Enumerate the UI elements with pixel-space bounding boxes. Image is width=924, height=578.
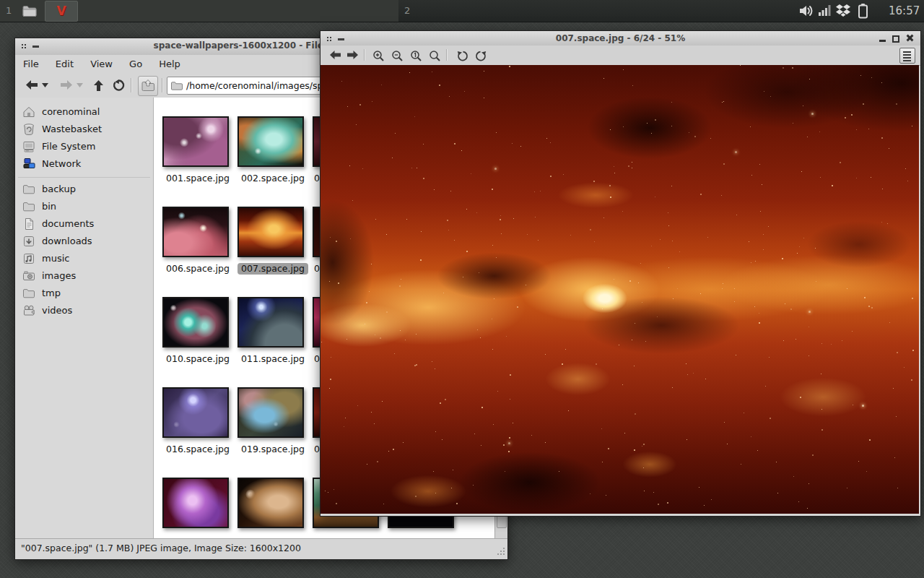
file-thumbnail[interactable]	[162, 387, 229, 438]
file-name: 007.space.jpg	[237, 263, 308, 275]
sidebar-item-backup[interactable]: backup	[15, 181, 153, 198]
back-icon[interactable]	[25, 79, 38, 90]
statusbar-text: "007.space.jpg" (1.7 MB) JPEG image, Ima…	[21, 543, 301, 553]
sidebar-item-images[interactable]: images	[15, 267, 153, 285]
sidebar-item-file-system[interactable]: File System	[15, 138, 153, 155]
sidebar-item-network[interactable]: Network	[15, 155, 153, 173]
clock[interactable]: 16:57	[889, 4, 920, 17]
viewer-title: 007.space.jpg - 6/24 - 51%	[321, 33, 920, 43]
folder-icon	[170, 79, 183, 92]
menu-go[interactable]: Go	[124, 55, 147, 69]
rotate-right-icon[interactable]	[475, 50, 487, 62]
rotate-left-icon[interactable]	[456, 50, 468, 62]
maximize-icon[interactable]	[890, 31, 902, 46]
file-name: 016.space.jpg	[162, 444, 233, 455]
battery-icon[interactable]	[858, 3, 868, 19]
volume-icon[interactable]	[799, 4, 816, 17]
desktop: 1 V 2 16:57 space-wallpapers-1600x1200	[0, 0, 924, 578]
file-name: 0	[313, 353, 320, 365]
file-item-selected[interactable]: 007.space.jpg	[237, 207, 304, 275]
downloads-icon	[22, 235, 35, 248]
file-thumbnail[interactable]	[162, 116, 229, 167]
file-thumbnail[interactable]	[162, 207, 229, 257]
sidebar-item-tmp[interactable]: tmp	[15, 285, 153, 302]
resize-grip[interactable]	[497, 547, 505, 556]
image-viewer-window: 007.space.jpg - 6/24 - 51%	[320, 30, 921, 517]
sidebar: corenominal Wastebasket File System Netw…	[15, 98, 154, 538]
up-icon[interactable]	[93, 79, 104, 92]
zoom-fit-icon[interactable]	[429, 50, 441, 62]
file-manager-window-icon[interactable]	[21, 2, 38, 20]
menu-view[interactable]: View	[85, 55, 118, 69]
toolbar-separator	[364, 49, 365, 61]
zoom-in-icon[interactable]	[372, 50, 385, 62]
viewnior-v-glyph: V	[45, 1, 77, 21]
file-name: 019.space.jpg	[237, 444, 308, 455]
minimize-icon[interactable]	[877, 31, 889, 46]
file-name: 011.space.jpg	[237, 353, 308, 365]
file-item[interactable]: 019.space.jpg	[237, 387, 304, 455]
file-thumbnail[interactable]	[237, 207, 304, 257]
sidebar-item-documents[interactable]: documents	[15, 215, 153, 233]
sidebar-item-corenominal[interactable]: corenominal	[15, 103, 153, 121]
zoom-out-icon[interactable]	[391, 50, 404, 62]
top-panel: 1 V 2 16:57	[0, 0, 924, 22]
file-item[interactable]: 006.space.jpg	[162, 207, 229, 275]
folder-icon	[22, 287, 35, 300]
back-dropdown-icon[interactable]	[42, 83, 48, 87]
sidebar-separator	[18, 177, 150, 178]
viewnior-window-icon[interactable]: V	[45, 1, 78, 22]
music-icon	[22, 252, 35, 265]
viewer-toolbar	[321, 46, 920, 66]
dropbox-icon[interactable]	[835, 4, 851, 18]
zoom-actual-icon[interactable]	[410, 50, 422, 62]
workspace-2-label[interactable]: 2	[404, 5, 410, 16]
viewer-image[interactable]	[321, 65, 919, 514]
reload-icon[interactable]	[112, 79, 125, 92]
file-item[interactable]: 010.space.jpg	[162, 297, 229, 365]
file-item[interactable]: 001.space.jpg	[162, 116, 229, 184]
home-button[interactable]	[138, 76, 158, 96]
menu-file[interactable]: File	[18, 55, 44, 69]
sidebar-item-videos[interactable]: videos	[15, 302, 153, 319]
forward-dropdown-icon[interactable]	[77, 83, 83, 87]
file-item[interactable]: 002.space.jpg	[237, 116, 304, 184]
file-name: 006.space.jpg	[162, 263, 233, 275]
thumbnail-pane-icon[interactable]	[899, 48, 915, 64]
workspace-1-taskbar[interactable]: 1 V	[0, 0, 398, 22]
file-name: 0	[313, 444, 320, 455]
network-icon	[22, 158, 35, 171]
sidebar-item-music[interactable]: music	[15, 250, 153, 267]
file-thumbnail[interactable]	[162, 297, 229, 348]
menu-help[interactable]: Help	[154, 55, 186, 69]
file-thumbnail[interactable]	[237, 387, 304, 438]
toolbar-separator	[162, 78, 162, 92]
viewer-titlebar[interactable]: 007.space.jpg - 6/24 - 51%	[321, 31, 920, 47]
file-thumbnail[interactable]	[237, 297, 304, 348]
menu-edit[interactable]: Edit	[51, 55, 79, 69]
file-name: 001.space.jpg	[162, 173, 233, 184]
sidebar-item-wastebasket[interactable]: Wastebasket	[15, 121, 153, 138]
folder-icon	[22, 200, 35, 213]
file-item[interactable]: 011.space.jpg	[237, 297, 304, 365]
file-thumbnail[interactable]	[237, 478, 304, 528]
file-name: 0	[313, 263, 320, 275]
toolbar-separator	[131, 78, 131, 92]
file-item[interactable]	[237, 478, 304, 534]
workspace-1-label[interactable]: 1	[6, 5, 12, 16]
toolbar-separator	[446, 49, 447, 61]
file-item[interactable]: 016.space.jpg	[162, 387, 229, 455]
network-signal-icon[interactable]	[819, 4, 831, 17]
forward-icon[interactable]	[60, 79, 73, 90]
file-thumbnail[interactable]	[237, 116, 304, 167]
video-icon	[22, 304, 35, 317]
sidebar-item-downloads[interactable]: downloads	[15, 233, 153, 250]
file-thumbnail[interactable]	[162, 478, 229, 528]
close-icon[interactable]	[905, 31, 916, 46]
camera-icon	[22, 269, 35, 282]
file-item[interactable]	[162, 478, 229, 534]
sidebar-item-bin[interactable]: bin	[15, 198, 153, 215]
home-icon	[22, 105, 35, 118]
next-image-icon[interactable]	[346, 50, 359, 60]
previous-image-icon[interactable]	[329, 50, 341, 60]
